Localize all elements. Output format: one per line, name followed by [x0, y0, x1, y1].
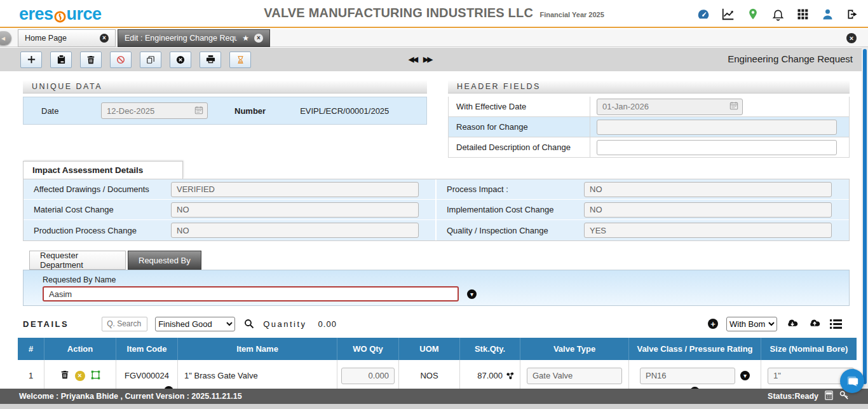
- print-button[interactable]: [200, 52, 221, 68]
- calendar-icon[interactable]: [729, 101, 738, 112]
- col-action: Action: [44, 338, 116, 360]
- col-uom: UOM: [399, 338, 460, 360]
- dashboard-icon[interactable]: [696, 7, 710, 21]
- quality-inspection-input[interactable]: [584, 223, 832, 238]
- item-type-select[interactable]: Finished Good: [155, 317, 235, 331]
- detailed-description-input[interactable]: [597, 140, 837, 155]
- tab-scroll-left-button[interactable]: [0, 31, 11, 45]
- top-header: eresurce VALVE MANUFACTURING INDUSTRIES …: [0, 0, 868, 28]
- row-stk-qty-cell: 87.000: [460, 360, 520, 391]
- row-uom: NOS: [399, 360, 460, 391]
- stock-link-icon[interactable]: [506, 371, 515, 380]
- production-process-input[interactable]: [171, 223, 419, 238]
- valve-type-input[interactable]: [527, 368, 622, 384]
- implementation-cost-input[interactable]: [584, 202, 832, 218]
- tab-requester-department[interactable]: Requester Department: [29, 251, 126, 270]
- list-view-icon[interactable]: [830, 319, 842, 329]
- number-label: Number: [234, 106, 266, 116]
- unique-data-panel: UNIQUE DATA Date Number EVIPL/ECR/00001/…: [23, 80, 427, 125]
- save-button[interactable]: [50, 52, 72, 68]
- requested-by-dropdown-icon[interactable]: [467, 289, 477, 299]
- tab-home-page[interactable]: Home Page: [18, 29, 116, 47]
- col-valve-class: Valve Class / Pressure Rating: [629, 338, 761, 360]
- row-stk-qty: 87.000: [477, 371, 503, 380]
- row-action-cell: [44, 360, 116, 391]
- copy-button[interactable]: [140, 52, 161, 68]
- requested-by-name-input[interactable]: [43, 286, 459, 302]
- impact-assessment-body: Affected Drawings / Documents Material C…: [23, 179, 850, 241]
- material-cost-input[interactable]: [171, 202, 419, 218]
- notifications-bell-icon[interactable]: [771, 7, 785, 21]
- action-toolbar: Engineering Change Request: [0, 48, 868, 71]
- row-select-frame-icon[interactable]: [91, 370, 100, 382]
- col-size: Size (Nominal Bore): [761, 338, 857, 360]
- status-text: Status:Ready: [768, 392, 818, 401]
- cancel-block-button[interactable]: [110, 52, 132, 68]
- apps-grid-icon[interactable]: [796, 7, 810, 21]
- favorite-star-icon[interactable]: [242, 34, 249, 43]
- location-icon[interactable]: [746, 7, 760, 21]
- process-impact-input[interactable]: [584, 182, 832, 197]
- production-process-row: Production Process Change: [24, 220, 435, 240]
- date-input[interactable]: [107, 106, 191, 116]
- upload-cloud-icon[interactable]: [808, 317, 822, 331]
- process-impact-row: Process Impact :: [437, 179, 849, 200]
- impact-right-column: Process Impact : Implementation Cost Cha…: [435, 179, 849, 240]
- tabstrip-close-icon[interactable]: [846, 33, 857, 43]
- row-valve-class-cell: [629, 360, 761, 391]
- page-title: Engineering Change Request: [728, 53, 853, 64]
- details-search-input[interactable]: [102, 317, 147, 331]
- next-record-icon[interactable]: [423, 55, 431, 64]
- search-icon[interactable]: [244, 319, 254, 329]
- analytics-icon[interactable]: [721, 7, 735, 21]
- quality-inspection-label: Quality / Inspection Change: [437, 226, 584, 235]
- close-record-button[interactable]: [170, 52, 191, 68]
- impact-assessment-tab[interactable]: Impact Assessment Details: [23, 161, 183, 179]
- tab-home-close-icon[interactable]: [100, 34, 109, 43]
- calculator-icon[interactable]: [824, 391, 834, 402]
- reason-for-change-row: Reason for Change: [448, 117, 850, 137]
- affected-drawings-label: Affected Drawings / Documents: [24, 184, 171, 194]
- valve-class-input[interactable]: [640, 368, 735, 384]
- download-cloud-icon[interactable]: [785, 317, 799, 331]
- quantity-value: 0.00: [318, 319, 337, 329]
- eresource-logo[interactable]: eresurce: [19, 4, 102, 24]
- tab-requested-by[interactable]: Requested By: [128, 251, 201, 270]
- reason-for-change-input[interactable]: [597, 120, 837, 135]
- chat-button[interactable]: [840, 369, 864, 393]
- effective-date-input[interactable]: [602, 102, 726, 111]
- valve-class-dropdown-icon[interactable]: [740, 371, 750, 380]
- delete-button[interactable]: [80, 52, 102, 68]
- material-cost-row: Material Cost Change: [24, 200, 435, 220]
- row-delete-icon[interactable]: [60, 370, 69, 381]
- calendar-icon[interactable]: [194, 106, 203, 116]
- detailed-description-label: Detailed Description of Change: [449, 142, 590, 152]
- col-stk-qty: Stk.Qty.: [460, 338, 520, 360]
- wo-qty-input[interactable]: [341, 368, 395, 384]
- reason-for-change-label: Reason for Change: [449, 122, 590, 132]
- affected-drawings-input[interactable]: [171, 182, 419, 197]
- previous-record-icon[interactable]: [409, 55, 417, 64]
- logout-icon[interactable]: [845, 7, 859, 21]
- number-value: EVIPL/ECR/00001/2025: [300, 106, 389, 116]
- effective-date-field: [597, 99, 743, 115]
- affected-drawings-row: Affected Drawings / Documents: [24, 179, 435, 200]
- scrollbar-thumb[interactable]: [863, 49, 867, 384]
- tab-edit-ecr[interactable]: Edit : Engineering Change Request: [118, 29, 270, 47]
- grid-header-row: # Action Item Code Item Name WO Qty UOM …: [18, 338, 857, 360]
- process-impact-label: Process Impact :: [437, 184, 584, 194]
- col-valve-type: Valve Type: [520, 338, 629, 360]
- row-cancel-icon[interactable]: [75, 371, 85, 381]
- add-row-icon[interactable]: [708, 319, 718, 329]
- bom-select[interactable]: With Bom: [726, 317, 777, 331]
- history-hourglass-button[interactable]: [229, 52, 251, 68]
- welcome-text: Welcome : Priyanka Bhide , Current Versi…: [19, 392, 242, 401]
- date-field: [101, 102, 208, 119]
- header-fields-panel: HEADER FIELDS With Effective Date Reason…: [448, 80, 850, 158]
- impact-left-column: Affected Drawings / Documents Material C…: [24, 179, 435, 240]
- tab-edit-ecr-close-icon[interactable]: [254, 34, 263, 43]
- new-record-button[interactable]: [20, 52, 42, 68]
- financial-year: Financial Year 2025: [539, 11, 604, 18]
- user-profile-icon[interactable]: [820, 7, 834, 21]
- logo-text-post: urce: [67, 4, 102, 24]
